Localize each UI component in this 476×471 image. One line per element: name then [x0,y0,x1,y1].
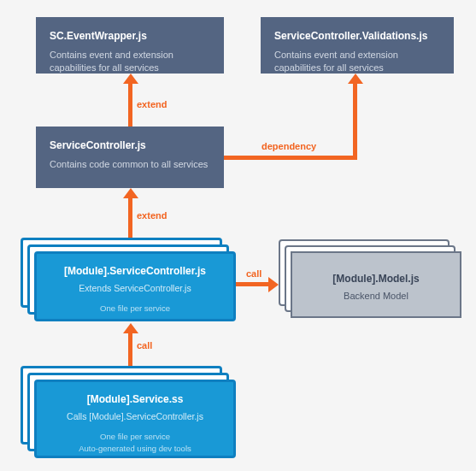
event-wrapper-desc: Contains event and extension capabilitie… [50,49,210,75]
arrow-dep-head [348,74,363,84]
arrow-call2-head [123,323,138,333]
model-sub: Backend Model [304,290,448,303]
label-extend1: extend [137,99,167,109]
validations-desc: Contains event and extension capabilitie… [274,49,440,75]
label-extend2: extend [137,210,167,221]
label-dependency: dependency [262,141,316,151]
arrow-call1 [236,282,270,286]
service-controller-box: ServiceController.js Contains code commo… [36,127,224,188]
arrow-call1-head [268,277,279,292]
arrow-dep-v [353,82,357,160]
module-sc-box: [Module].ServiceController.js Extends Se… [34,251,236,321]
service-controller-title: ServiceController.js [50,138,210,153]
event-wrapper-title: SC.EventWrapper.js [50,29,210,44]
arrow-extend2 [128,197,132,238]
service-ss-sub: Calls [Module].ServiceController.js [49,410,221,423]
service-ss-box: [Module].Service.ss Calls [Module].Servi… [34,380,236,458]
arrow-extend1 [128,82,132,127]
arrow-dep-h [224,156,357,160]
module-sc-note: One file per service [49,303,221,314]
arrow-call2 [128,332,132,366]
module-sc-title: [Module].ServiceController.js [49,264,221,279]
module-sc-sub: Extends ServiceController.js [49,282,221,295]
service-ss-note: One file per service Auto-generated usin… [49,431,221,454]
service-controller-desc: Contains code common to all services [50,158,210,171]
label-call2: call [137,340,152,350]
validations-title: ServiceController.Validations.js [274,29,440,44]
label-call1: call [246,268,262,279]
model-box: [Module].Model.js Backend Model [291,251,461,318]
event-wrapper-box: SC.EventWrapper.js Contains event and ex… [36,17,224,74]
arrow-extend1-head [123,74,138,84]
model-title: [Module].Model.js [304,272,448,286]
arrow-extend2-head [123,188,138,198]
validations-box: ServiceController.Validations.js Contain… [261,17,454,74]
service-ss-title: [Module].Service.ss [49,392,221,407]
